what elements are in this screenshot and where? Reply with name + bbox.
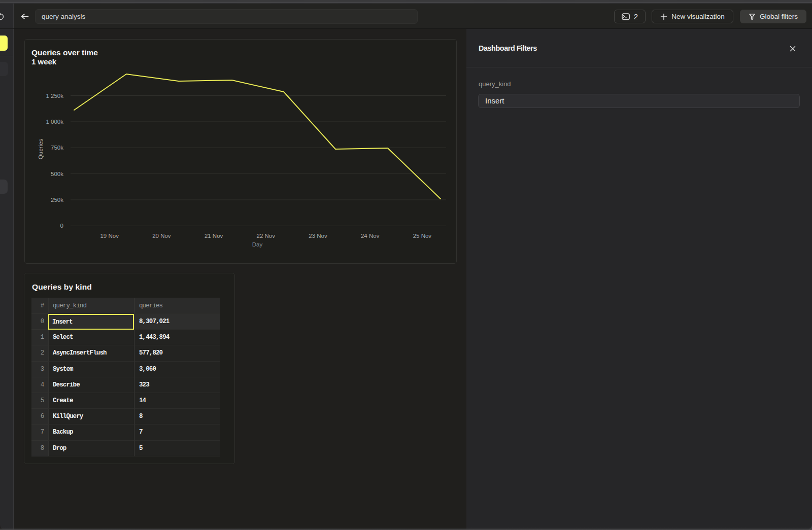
svg-text:23 Nov: 23 Nov [309, 233, 327, 239]
svg-text:250k: 250k [51, 197, 63, 203]
svg-text:Queries: Queries [38, 139, 44, 160]
svg-text:22 Nov: 22 Nov [257, 233, 276, 239]
svg-text:21 Nov: 21 Nov [205, 233, 223, 239]
svg-text:1 week: 1 week [31, 57, 57, 66]
svg-text:Day: Day [252, 241, 263, 248]
svg-text:19 Nov: 19 Nov [100, 233, 119, 239]
svg-text:Queries over time: Queries over time [31, 48, 98, 57]
svg-text:1 000k: 1 000k [46, 119, 63, 125]
svg-text:750k: 750k [51, 145, 63, 151]
svg-text:0: 0 [60, 223, 63, 229]
svg-text:1 250k: 1 250k [46, 93, 63, 99]
svg-text:24 Nov: 24 Nov [361, 233, 380, 239]
svg-text:25 Nov: 25 Nov [413, 233, 432, 239]
svg-text:500k: 500k [51, 171, 63, 177]
svg-text:20 Nov: 20 Nov [152, 233, 171, 239]
